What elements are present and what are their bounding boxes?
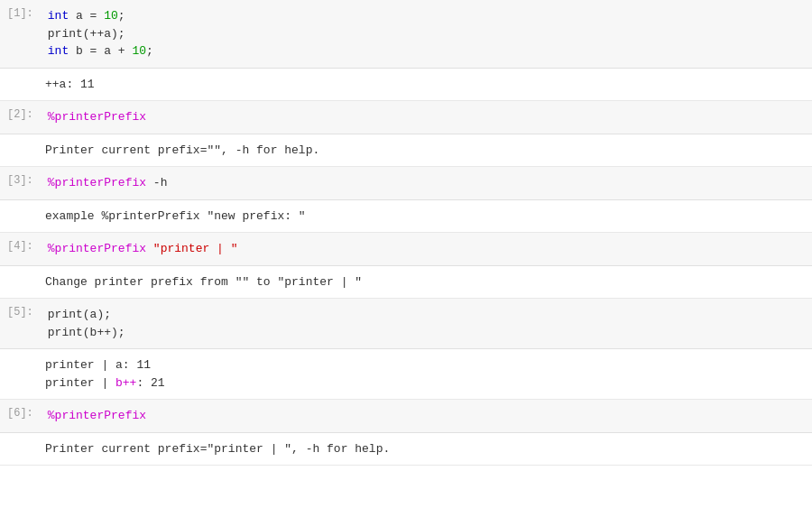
cell-4: [4]: %printerPrefix "printer | " Change … (0, 233, 812, 299)
cell-5-label: [5]: (0, 299, 39, 348)
cell-2-output: Printer current prefix="", -h for help. (36, 134, 812, 167)
cell-5-output: printer | a: 11 printer | b++: 21 (36, 349, 812, 399)
notebook: [1]: int a = 10; print(++a); int b = a +… (0, 0, 812, 466)
cell-1-input[interactable]: int a = 10; print(++a); int b = a + 10; (39, 0, 812, 68)
cell-2-output-label (0, 134, 36, 167)
cell-6-output-row: Printer current prefix="printer | ", -h … (0, 433, 812, 466)
cell-1-label: [1]: (0, 0, 39, 68)
cell-3: [3]: %printerPrefix -h example %printerP… (0, 167, 812, 233)
cell-4-label: [4]: (0, 233, 39, 265)
cell-4-input[interactable]: %printerPrefix "printer | " (39, 233, 812, 265)
cell-1-output-label (0, 69, 36, 101)
cell-6-output-label (0, 433, 36, 466)
cell-5-output-row: printer | a: 11 printer | b++: 21 (0, 349, 812, 399)
cell-1-output-row: ++a: 11 (0, 69, 812, 101)
cell-3-label: [3]: (0, 167, 39, 199)
cell-6: [6]: %printerPrefix Printer current pref… (0, 400, 812, 466)
cell-1-output: ++a: 11 (36, 69, 812, 101)
cell-5-input-row: [5]: print(a); print(b++); (0, 299, 812, 349)
cell-6-input-row: [6]: %printerPrefix (0, 400, 812, 433)
cell-5: [5]: print(a); print(b++); printer | a: … (0, 299, 812, 400)
cell-2: [2]: %printerPrefix Printer current pref… (0, 101, 812, 167)
cell-3-input[interactable]: %printerPrefix -h (39, 167, 812, 199)
cell-5-input[interactable]: print(a); print(b++); (39, 299, 812, 348)
cell-6-output: Printer current prefix="printer | ", -h … (36, 433, 812, 466)
cell-6-label: [6]: (0, 400, 39, 432)
cell-5-output-label (0, 349, 36, 399)
cell-2-input[interactable]: %printerPrefix (39, 101, 812, 134)
cell-4-output-row: Change printer prefix from "" to "printe… (0, 266, 812, 299)
cell-3-output-row: example %printerPrefix "new prefix: " (0, 200, 812, 233)
cell-1-input-row: [1]: int a = 10; print(++a); int b = a +… (0, 0, 812, 69)
cell-3-input-row: [3]: %printerPrefix -h (0, 167, 812, 200)
cell-3-output: example %printerPrefix "new prefix: " (36, 200, 812, 233)
cell-2-label: [2]: (0, 101, 39, 134)
cell-3-output-label (0, 200, 36, 233)
cell-4-output: Change printer prefix from "" to "printe… (36, 266, 812, 299)
cell-2-input-row: [2]: %printerPrefix (0, 101, 812, 134)
cell-4-output-label (0, 266, 36, 299)
cell-2-output-row: Printer current prefix="", -h for help. (0, 134, 812, 167)
cell-4-input-row: [4]: %printerPrefix "printer | " (0, 233, 812, 266)
cell-1: [1]: int a = 10; print(++a); int b = a +… (0, 0, 812, 101)
cell-6-input[interactable]: %printerPrefix (39, 400, 812, 432)
